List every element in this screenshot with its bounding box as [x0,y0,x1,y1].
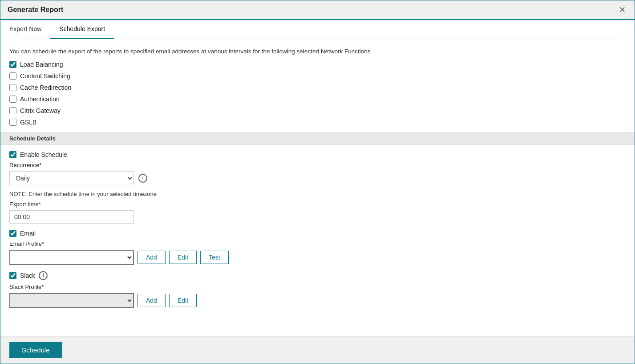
export-time-field: Export time* [9,201,626,224]
dialog-header: Generate Report ✕ [0,0,635,20]
slack-profile-field: Slack Profile* Add Edit [9,284,626,308]
checkbox-row-citrix-gateway: Citrix Gateway [9,107,626,114]
slack-info-icon: i [39,271,48,280]
label-gslb: GSLB [20,119,36,126]
tab-schedule-export[interactable]: Schedule Export [50,20,114,39]
checkbox-content-switching[interactable] [9,72,16,80]
checkbox-row-slack: Slack i [9,271,626,280]
slack-profile-row: Add Edit [9,293,626,308]
recurrence-info-icon: i [138,174,147,183]
checkbox-row-email: Email [9,230,626,237]
email-add-button[interactable]: Add [138,251,166,264]
label-cache-redirection: Cache Redirection [20,84,71,91]
recurrence-label: Recurrence* [9,162,626,168]
dialog-footer: Schedule [0,336,635,364]
checkbox-row-gslb: GSLB [9,119,626,126]
dialog-title: Generate Report [8,6,63,14]
checkbox-row-authentication: Authentication [9,96,626,103]
checkbox-row-content-switching: Content Switching [9,72,626,80]
label-slack: Slack [20,272,35,279]
section-schedule-details: Schedule Details [0,132,635,145]
checkbox-citrix-gateway[interactable] [9,107,16,114]
generate-report-dialog: Generate Report ✕ Export Now Schedule Ex… [0,0,635,364]
export-time-label: Export time* [9,201,626,208]
label-authentication: Authentication [20,96,60,103]
checkbox-gslb[interactable] [9,119,16,126]
email-profile-field: Email Profile* Add Edit Test [9,240,626,265]
slack-add-button[interactable]: Add [138,294,166,307]
checkbox-load-balancing[interactable] [9,61,16,68]
checkbox-authentication[interactable] [9,96,16,103]
close-button[interactable]: ✕ [617,5,627,15]
checkbox-slack[interactable] [9,272,16,279]
email-profile-select[interactable] [9,250,134,265]
recurrence-field: Recurrence* Daily Weekly Monthly i [9,162,626,185]
email-test-button[interactable]: Test [200,251,229,264]
email-edit-button[interactable]: Edit [169,251,197,264]
slack-section: Slack i Slack Profile* Add Edit [9,271,626,308]
tabs-bar: Export Now Schedule Export [0,20,635,39]
slack-profile-label: Slack Profile* [9,284,626,290]
label-enable-schedule: Enable Schedule [20,151,67,158]
dialog-body: You can schedule the export of the repor… [0,39,635,336]
slack-profile-select[interactable] [9,293,134,308]
label-load-balancing: Load Balancing [20,61,63,68]
export-time-input[interactable] [9,210,134,224]
label-content-switching: Content Switching [20,72,70,80]
checkbox-cache-redirection[interactable] [9,84,16,91]
schedule-button[interactable]: Schedule [9,342,62,358]
label-email: Email [20,230,36,237]
slack-edit-button[interactable]: Edit [169,294,197,307]
tab-export-now[interactable]: Export Now [0,20,50,39]
email-profile-label: Email Profile* [9,240,626,247]
checkbox-row-cache-redirection: Cache Redirection [9,84,626,91]
label-citrix-gateway: Citrix Gateway [20,107,61,114]
info-text: You can schedule the export of the repor… [9,48,626,55]
recurrence-row: Daily Weekly Monthly i [9,171,626,185]
checkbox-row-enable-schedule: Enable Schedule [9,151,626,158]
checkbox-email[interactable] [9,230,16,237]
checkbox-enable-schedule[interactable] [9,151,16,158]
note-text: NOTE: Enter the schedule time in your se… [9,191,626,197]
email-profile-row: Add Edit Test [9,250,626,265]
checkbox-row-load-balancing: Load Balancing [9,61,626,68]
recurrence-select[interactable]: Daily Weekly Monthly [9,171,134,185]
